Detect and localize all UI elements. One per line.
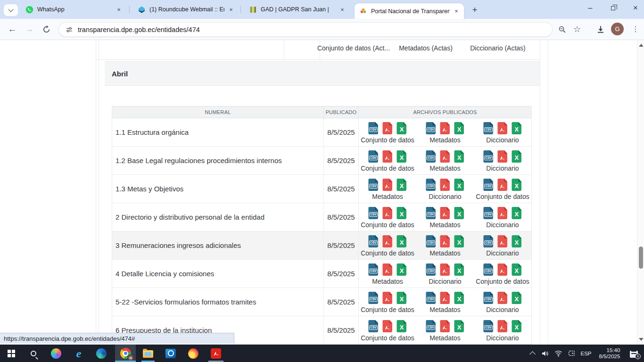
pdf-file-icon[interactable]	[440, 320, 450, 332]
pdf-file-icon[interactable]	[382, 292, 392, 304]
pdf-file-icon[interactable]	[382, 150, 392, 163]
csv-file-icon[interactable]: CSV	[426, 179, 436, 191]
pdf-file-icon[interactable]	[497, 320, 507, 332]
taskbar-explorer-button[interactable]	[138, 345, 158, 362]
tab-close-icon[interactable]: ×	[115, 6, 123, 13]
pdf-file-icon[interactable]	[497, 263, 507, 276]
xls-file-icon[interactable]: X	[396, 207, 406, 219]
window-close-button[interactable]: ×	[628, 0, 643, 16]
csv-file-icon[interactable]: CSV	[483, 235, 493, 247]
pdf-file-icon[interactable]	[382, 207, 392, 219]
xls-file-icon[interactable]: X	[396, 292, 406, 304]
pdf-file-icon[interactable]	[382, 263, 392, 276]
pdf-file-icon[interactable]	[440, 263, 450, 276]
browser-menu-icon[interactable]: ⋮	[632, 24, 639, 35]
tab-portal-transparencia[interactable]: Portal Nacional de Transparenci ×	[355, 3, 464, 19]
csv-file-icon[interactable]: CSV	[483, 292, 493, 304]
scroll-up-arrow[interactable]	[637, 42, 644, 49]
xls-file-icon[interactable]: X	[396, 122, 406, 134]
xls-file-icon[interactable]: X	[454, 320, 464, 332]
url-input[interactable]	[78, 26, 502, 33]
xls-file-icon[interactable]: X	[454, 207, 464, 219]
pdf-file-icon[interactable]	[497, 122, 507, 134]
xls-file-icon[interactable]: X	[512, 320, 521, 332]
csv-file-icon[interactable]: CSV	[483, 320, 493, 332]
xls-file-icon[interactable]: X	[396, 235, 406, 247]
pdf-file-icon[interactable]	[497, 150, 507, 163]
clock[interactable]: 15:408/5/2025	[594, 347, 625, 360]
pdf-file-icon[interactable]	[440, 207, 450, 219]
tab-close-icon[interactable]: ×	[339, 6, 346, 13]
pdf-file-icon[interactable]	[497, 292, 507, 304]
csv-file-icon[interactable]: CSV	[368, 263, 378, 276]
csv-file-icon[interactable]: CSV	[426, 235, 436, 247]
xls-file-icon[interactable]: X	[454, 263, 464, 276]
xls-file-icon[interactable]: X	[454, 292, 464, 304]
scrollbar-thumb[interactable]	[639, 247, 643, 269]
start-button[interactable]	[1, 345, 22, 362]
taskbar-acrobat-button[interactable]	[206, 345, 226, 362]
reload-button[interactable]	[40, 23, 53, 36]
xls-file-icon[interactable]: X	[512, 122, 521, 134]
taskbar-firefox-button[interactable]	[183, 345, 204, 362]
notification-center-button[interactable]: 1	[625, 349, 644, 358]
xls-file-icon[interactable]: X	[454, 150, 464, 163]
csv-file-icon[interactable]: CSV	[426, 150, 436, 163]
pdf-file-icon[interactable]	[497, 179, 507, 191]
language-indicator[interactable]: ESP	[578, 351, 594, 356]
csv-file-icon[interactable]: CSV	[426, 292, 436, 304]
tab-search-button[interactable]	[4, 4, 18, 16]
csv-file-icon[interactable]: CSV	[368, 179, 378, 191]
tab-whatsapp[interactable]: WhatsApp ×	[21, 0, 126, 19]
xls-file-icon[interactable]: X	[454, 179, 464, 191]
csv-file-icon[interactable]: CSV	[483, 179, 493, 191]
tray-wifi-button[interactable]	[552, 349, 565, 357]
csv-file-icon[interactable]: CSV	[368, 207, 378, 219]
csv-file-icon[interactable]: CSV	[483, 150, 493, 163]
bookmark-star-icon[interactable]: ☆	[571, 24, 583, 35]
csv-file-icon[interactable]: CSV	[368, 320, 378, 332]
csv-file-icon[interactable]: CSV	[483, 122, 493, 134]
xls-file-icon[interactable]: X	[396, 320, 406, 332]
zoom-indicator-icon[interactable]	[556, 24, 568, 35]
xls-file-icon[interactable]: X	[396, 263, 406, 276]
csv-file-icon[interactable]: CSV	[426, 320, 436, 332]
taskbar-copilot-button[interactable]	[46, 345, 66, 362]
xls-file-icon[interactable]: X	[512, 179, 521, 191]
pdf-file-icon[interactable]	[440, 150, 450, 163]
page-scrollbar[interactable]	[637, 40, 644, 345]
pdf-file-icon[interactable]	[440, 179, 450, 191]
tab-roundcube[interactable]: (1) Roundcube Webmail :: Entra ×	[133, 0, 239, 19]
csv-file-icon[interactable]: CSV	[483, 207, 493, 219]
table-row[interactable]: 3 Remuneraciones ingresos adicionales8/5…	[112, 231, 531, 260]
xls-file-icon[interactable]: X	[512, 150, 521, 163]
profile-avatar[interactable]: G	[611, 23, 624, 35]
xls-file-icon[interactable]: X	[512, 235, 521, 247]
pdf-file-icon[interactable]	[440, 292, 450, 304]
xls-file-icon[interactable]: X	[454, 122, 464, 134]
pdf-file-icon[interactable]	[497, 207, 507, 219]
csv-file-icon[interactable]: CSV	[368, 150, 378, 163]
forward-button[interactable]: →	[23, 23, 36, 36]
taskbar-edge-button[interactable]	[91, 345, 112, 362]
csv-file-icon[interactable]: CSV	[368, 292, 378, 304]
window-restore-button[interactable]	[605, 0, 620, 16]
pdf-file-icon[interactable]	[497, 235, 507, 247]
tray-volume-button[interactable]	[538, 350, 552, 357]
tray-expand-button[interactable]	[526, 350, 538, 356]
xls-file-icon[interactable]: X	[454, 235, 464, 247]
pdf-file-icon[interactable]	[382, 235, 392, 247]
taskbar-ie-button[interactable]: e	[68, 345, 89, 362]
csv-file-icon[interactable]: CSV	[426, 263, 436, 276]
xls-file-icon[interactable]: X	[512, 207, 521, 219]
pdf-file-icon[interactable]	[382, 320, 392, 332]
pdf-file-icon[interactable]	[440, 122, 450, 134]
pdf-file-icon[interactable]	[382, 179, 392, 191]
csv-file-icon[interactable]: CSV	[368, 122, 378, 134]
xls-file-icon[interactable]: X	[396, 179, 406, 191]
tab-close-icon[interactable]: ×	[453, 8, 460, 15]
taskbar-outlook-button[interactable]	[160, 345, 181, 362]
csv-file-icon[interactable]: CSV	[426, 207, 436, 219]
tab-gad[interactable]: GAD | GADPR San Juan | ×	[244, 0, 350, 19]
taskbar-chrome-button[interactable]: G	[115, 345, 136, 362]
